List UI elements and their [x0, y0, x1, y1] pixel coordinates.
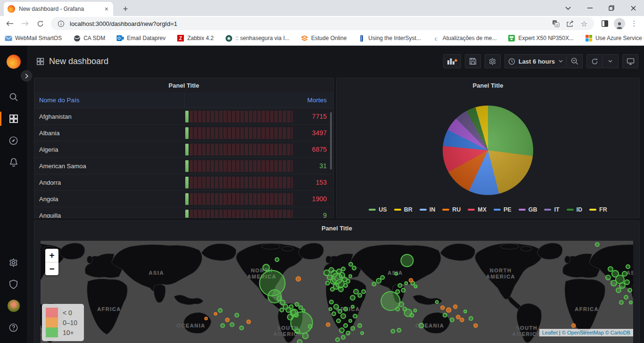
- sidebar-item-user-avatar[interactable]: [0, 295, 27, 317]
- bookmark-item[interactable]: CA SDM: [73, 34, 105, 42]
- sidebar-item-help[interactable]: [0, 317, 27, 338]
- pie-legend-item: MX: [468, 206, 487, 213]
- zoom-in-button[interactable]: +: [45, 249, 58, 262]
- column-header-mortes[interactable]: Mortes: [184, 92, 333, 108]
- map-panel-title[interactable]: Panel Title: [322, 225, 352, 232]
- bookmark-label: Atualizações de me...: [443, 35, 497, 41]
- restore-icon[interactable]: [601, 0, 622, 16]
- site-info-icon[interactable]: [56, 18, 66, 29]
- refresh-interval-dropdown[interactable]: [603, 54, 619, 68]
- save-dashboard-button[interactable]: [465, 54, 481, 68]
- sidebar-item-configuration[interactable]: [0, 252, 27, 273]
- bookmarks-bar: WebMail SmartOSCA SDMEmail DataprevZZabb…: [0, 31, 644, 46]
- reading-list-icon[interactable]: [599, 17, 611, 30]
- zoom-out-time-button[interactable]: [567, 54, 583, 68]
- time-picker-button[interactable]: Last 6 hours: [504, 54, 567, 68]
- page-title[interactable]: New dashboard: [49, 57, 108, 66]
- map-circle-marker: [397, 328, 401, 332]
- zoom-out-button[interactable]: −: [45, 262, 58, 275]
- browser-tab[interactable]: New dashboard - Grafana ×: [4, 2, 113, 16]
- close-icon[interactable]: [622, 0, 644, 16]
- forward-icon[interactable]: [19, 17, 31, 30]
- bookmark-item[interactable]: Email Dataprev: [116, 34, 165, 42]
- browser-menu-icon[interactable]: ⋮: [628, 17, 640, 30]
- back-icon[interactable]: [4, 17, 16, 30]
- table-row[interactable]: Angola1900: [34, 191, 333, 207]
- url-bar[interactable]: localhost:3000/dashboard/new?orgId=1 Aa …: [51, 17, 594, 30]
- pie-panel-title[interactable]: Panel Title: [473, 82, 504, 89]
- tab-close-icon[interactable]: ×: [104, 5, 109, 13]
- map-circle-marker: [353, 314, 357, 318]
- translate-icon[interactable]: Aa: [551, 18, 561, 29]
- reload-icon[interactable]: [34, 17, 46, 30]
- url-text[interactable]: localhost:3000/dashboard/new?orgId=1: [70, 20, 547, 27]
- map-circle-marker: [624, 295, 628, 299]
- map-circle-marker: [361, 332, 363, 335]
- map-circle-marker: [399, 302, 404, 307]
- table-row[interactable]: Afghanistan7715: [34, 108, 333, 125]
- osm-link[interactable]: © OpenStreetMap: [562, 330, 604, 335]
- bookmark-item[interactable]: ✱:: senhasegura via I...: [225, 34, 289, 42]
- legend-label: IN: [429, 206, 436, 213]
- map-circle-marker: [398, 284, 402, 287]
- pie-legend-item: PE: [494, 206, 512, 213]
- bookmark-label: CA SDM: [83, 35, 105, 41]
- bookmark-item[interactable]: WebMail SmartOS: [5, 34, 62, 42]
- column-header-country[interactable]: Nome do País: [34, 97, 184, 104]
- country-name: American Samoa: [34, 163, 184, 170]
- country-name: Algeria: [34, 146, 184, 153]
- minimize-icon[interactable]: [579, 0, 601, 16]
- carto-link[interactable]: © CartoDB: [605, 330, 630, 335]
- refresh-button[interactable]: [586, 54, 603, 68]
- cycle-view-mode-button[interactable]: [622, 54, 638, 68]
- table-row[interactable]: Andorra153: [34, 174, 333, 191]
- sidebar-item-explore[interactable]: [0, 130, 27, 151]
- map-circle-marker: [352, 266, 356, 270]
- table-row[interactable]: Algeria6875: [34, 141, 333, 158]
- map-legend-label: < 0: [63, 309, 72, 317]
- sidebar-item-alerting[interactable]: [0, 151, 27, 173]
- table-row[interactable]: American Samoa31: [34, 158, 333, 174]
- map-circle-marker: [376, 278, 381, 283]
- legend-swatch: [468, 209, 475, 211]
- map-circle-marker: [572, 324, 576, 327]
- bookmark-item[interactable]: Use Azure Service B...: [585, 34, 644, 42]
- bookmark-item[interactable]: ZZabbix 4.2: [177, 34, 214, 42]
- bookmark-item[interactable]: Expert X50 NP350X...: [508, 34, 573, 42]
- bookmark-label: Email Dataprev: [127, 35, 165, 41]
- dashboard-settings-button[interactable]: [485, 54, 501, 68]
- lcd-gauge: [185, 160, 293, 172]
- bookmark-item[interactable]: cAtualizações de me...: [432, 34, 497, 42]
- browser-profile-avatar[interactable]: [614, 18, 625, 29]
- map-circle-marker: [358, 324, 362, 327]
- sidebar-item-server-admin[interactable]: [0, 273, 27, 295]
- bookmark-item[interactable]: Estude Online: [301, 34, 347, 42]
- table-scrollbar[interactable]: [330, 112, 332, 170]
- table-panel-header[interactable]: Panel Title: [34, 78, 333, 92]
- bookmark-item[interactable]: Using the InterSyst...: [358, 34, 421, 42]
- sidebar-item-dashboards[interactable]: [0, 108, 27, 130]
- table-row[interactable]: Albania3497: [34, 125, 333, 141]
- map-panel-header[interactable]: Panel Title: [34, 221, 639, 235]
- legend-swatch: [494, 209, 501, 211]
- ms-green-favicon: [508, 34, 515, 42]
- world-map-svg: NORTHAMERICASOUTHAMERICAASIAAFRICAOCEANI…: [41, 241, 633, 343]
- share-icon[interactable]: [565, 18, 575, 29]
- new-tab-button[interactable]: +: [119, 3, 132, 15]
- country-name: Anguilla: [34, 212, 184, 219]
- tab-search-icon[interactable]: [557, 0, 579, 16]
- table-panel-title[interactable]: Panel Title: [169, 82, 199, 89]
- legend-swatch: [442, 209, 449, 211]
- map-circle-marker: [405, 282, 407, 285]
- mortes-value: 6875: [297, 146, 327, 153]
- sidebar-item-search[interactable]: [0, 86, 27, 108]
- bookmark-star-icon[interactable]: ☆: [579, 18, 589, 29]
- table-row[interactable]: Anguilla9: [34, 207, 333, 218]
- leaflet-map[interactable]: NORTHAMERICASOUTHAMERICAASIAAFRICAOCEANI…: [41, 241, 633, 343]
- add-panel-button[interactable]: [443, 54, 461, 68]
- sidebar-expand-chevron[interactable]: [21, 70, 32, 82]
- map-legend: < 00–1010+: [42, 304, 84, 341]
- grafana-logo[interactable]: [0, 49, 27, 74]
- pie-panel-header[interactable]: Panel Title: [337, 78, 639, 92]
- leaflet-link[interactable]: Leaflet: [542, 330, 558, 335]
